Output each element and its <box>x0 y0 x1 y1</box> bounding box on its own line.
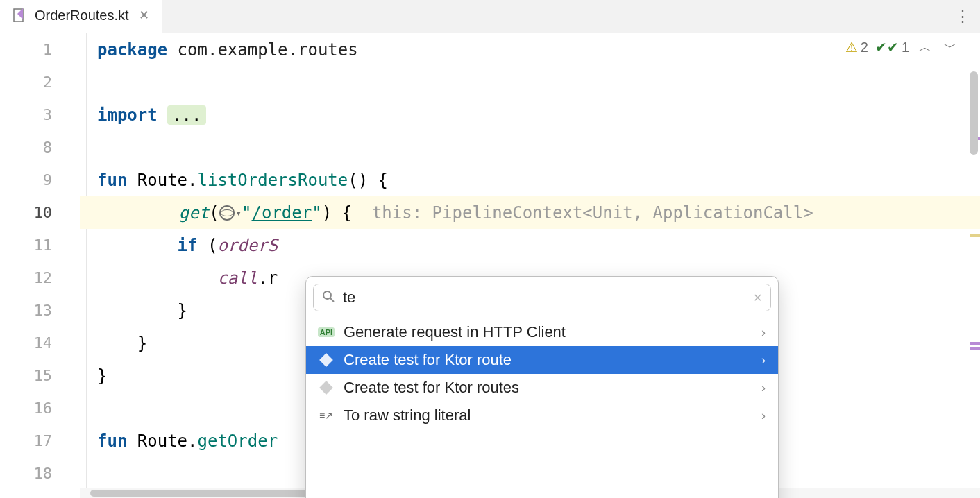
code-line: fun Route.listOrdersRoute() { <box>80 164 980 196</box>
api-icon: API <box>319 325 334 340</box>
line-number: 10 <box>0 196 80 229</box>
intention-menu-label: Create test for Ktor routes <box>344 379 519 397</box>
scrollbar-marker[interactable] <box>970 347 980 350</box>
code-editor[interactable]: 1 2 3 8 9 10 11 12 13 14 15 16 17 18 pac… <box>0 33 980 498</box>
tab-options-icon[interactable]: ⋮ <box>947 0 980 33</box>
line-number: 3 <box>0 98 80 131</box>
next-highlight-icon[interactable]: ﹀ <box>941 39 959 55</box>
intention-actions-popup: ✕ APIGenerate request in HTTP Client›Cre… <box>305 276 779 498</box>
tab-filename: OrderRoutes.kt <box>35 8 129 24</box>
inlay-hint: this: PipelineContext<Unit, ApplicationC… <box>362 203 813 223</box>
clear-search-icon[interactable]: ✕ <box>753 291 762 304</box>
ok-indicator[interactable]: ✔✔1 <box>875 39 909 55</box>
intention-menu-item[interactable]: Create test for Ktor route› <box>306 346 778 374</box>
intention-menu-item[interactable]: APIGenerate request in HTTP Client› <box>306 318 778 346</box>
line-number: 1 <box>0 33 80 66</box>
inspections-widget[interactable]: ⚠2 ✔✔1 ︿ ﹀ <box>845 39 959 55</box>
line-gutter: 1 2 3 8 9 10 11 12 13 14 15 16 17 18 <box>0 33 80 498</box>
editor-tab[interactable]: OrderRoutes.kt ✕ <box>0 0 162 33</box>
chevron-right-icon: › <box>761 381 766 395</box>
intention-search-box: ✕ <box>313 284 771 311</box>
intention-menu-item[interactable]: ≡↗To raw string literal› <box>306 402 778 429</box>
warning-indicator[interactable]: ⚠2 <box>845 39 868 55</box>
line-number: 17 <box>0 424 80 457</box>
raw-string-icon: ≡↗ <box>319 408 334 423</box>
intention-menu-label: Generate request in HTTP Client <box>344 323 566 341</box>
line-number: 13 <box>0 294 80 327</box>
route-icon <box>319 352 334 368</box>
line-number: 15 <box>0 359 80 392</box>
line-number: 8 <box>0 131 80 164</box>
svg-point-2 <box>323 291 331 299</box>
intention-menu: APIGenerate request in HTTP Client›Creat… <box>306 318 778 498</box>
svg-line-3 <box>330 298 334 302</box>
line-number: 18 <box>0 457 80 490</box>
line-number: 14 <box>0 327 80 359</box>
close-icon[interactable]: ✕ <box>139 8 149 23</box>
line-number: 12 <box>0 261 80 294</box>
line-number: 9 <box>0 164 80 196</box>
line-number: 11 <box>0 229 80 261</box>
chevron-right-icon: › <box>761 409 766 423</box>
code-line-current: get(▾"/order") { this: PipelineContext<U… <box>80 196 980 229</box>
code-line: import ... <box>80 98 980 131</box>
intention-menu-label: Create test for Ktor route <box>344 351 512 369</box>
line-number: 16 <box>0 392 80 424</box>
code-line <box>80 131 980 164</box>
folded-imports[interactable]: ... <box>167 105 205 125</box>
intention-search-input[interactable] <box>343 289 745 307</box>
tab-bar: OrderRoutes.kt ✕ ⋮ <box>0 0 980 33</box>
vertical-scrollbar-thumb[interactable] <box>970 71 978 155</box>
line-number: 2 <box>0 66 80 98</box>
prev-highlight-icon[interactable]: ︿ <box>916 39 934 55</box>
route-icon <box>319 380 334 395</box>
globe-icon[interactable] <box>219 205 235 221</box>
code-line <box>80 66 980 98</box>
chevron-right-icon: › <box>761 353 766 368</box>
chevron-right-icon: › <box>761 325 766 340</box>
chevron-down-icon[interactable]: ▾ <box>236 207 242 218</box>
intention-bulb-icon[interactable] <box>108 205 123 221</box>
scrollbar-marker[interactable] <box>970 234 980 237</box>
intention-menu-label: To raw string literal <box>344 406 471 424</box>
code-line: if (orderS <box>80 229 980 261</box>
search-icon <box>322 290 335 306</box>
warning-triangle-icon: ⚠ <box>845 39 858 55</box>
check-icon: ✔✔ <box>875 39 899 55</box>
scrollbar-marker[interactable] <box>970 342 980 345</box>
kotlin-file-icon <box>12 8 28 23</box>
intention-menu-item[interactable]: Create test for Ktor routes› <box>306 374 778 402</box>
